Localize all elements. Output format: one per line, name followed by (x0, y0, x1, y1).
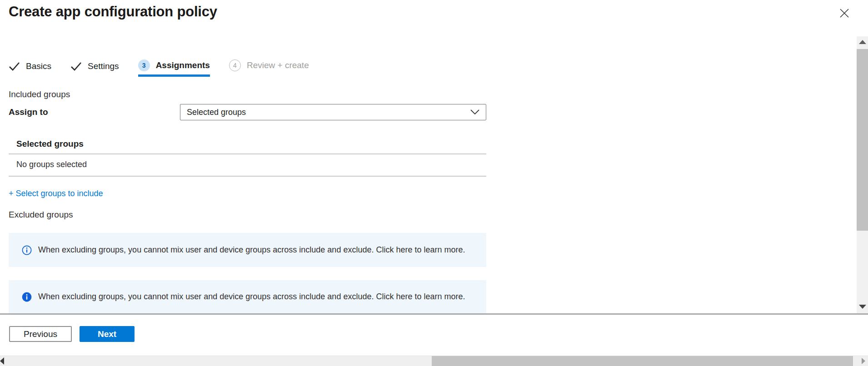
info-solid-icon (22, 292, 32, 302)
selected-groups-column-header: Selected groups (16, 139, 84, 149)
next-button[interactable]: Next (80, 326, 135, 342)
excluded-groups-heading: Excluded groups (9, 210, 73, 220)
create-app-configuration-policy-dialog: Create app configuration policy Basics S… (0, 0, 868, 366)
assign-to-label: Assign to (9, 107, 48, 117)
tab-review-create[interactable]: 4 Review + create (229, 59, 309, 77)
tab-assignments[interactable]: 3 Assignments (138, 59, 210, 77)
vertical-scrollbar[interactable] (857, 36, 868, 313)
close-icon (839, 8, 850, 19)
table-divider (9, 153, 486, 154)
wizard-tabs: Basics Settings 3 Assignments 4 Review +… (9, 59, 328, 77)
banner-message: When excluding groups, you cannot mix us… (38, 292, 465, 302)
previous-button[interactable]: Previous (9, 326, 72, 342)
checkmark-icon (70, 62, 82, 71)
info-banner-solid: When excluding groups, you cannot mix us… (9, 280, 486, 313)
step-number-badge: 3 (138, 59, 150, 71)
select-groups-to-include-link[interactable]: + Select groups to include (9, 189, 103, 198)
chevron-down-icon (470, 109, 479, 115)
tab-label: Assignments (156, 60, 210, 70)
banner-message: When excluding groups, you cannot mix us… (38, 245, 465, 255)
table-divider (9, 176, 486, 177)
page-title: Create app configuration policy (9, 4, 217, 20)
tab-label: Basics (26, 61, 51, 71)
tab-basics[interactable]: Basics (9, 61, 51, 77)
assign-to-dropdown[interactable]: Selected groups (180, 104, 486, 120)
checkmark-icon (9, 62, 20, 71)
info-outline-icon (22, 245, 32, 255)
scroll-right-arrow-icon[interactable] (862, 358, 865, 364)
tab-settings[interactable]: Settings (70, 61, 119, 77)
scroll-down-arrow-icon[interactable] (859, 305, 866, 309)
info-banner-outline: When excluding groups, you cannot mix us… (9, 233, 486, 267)
included-groups-heading: Included groups (9, 89, 70, 99)
horizontal-scrollbar[interactable] (0, 356, 868, 366)
step-number-badge: 4 (229, 59, 241, 71)
scroll-left-arrow-icon[interactable] (0, 357, 4, 365)
horizontal-scrollbar-thumb[interactable] (432, 356, 853, 366)
vertical-scrollbar-thumb[interactable] (857, 49, 868, 231)
close-button[interactable] (837, 6, 852, 21)
tab-label: Settings (88, 61, 119, 71)
scroll-up-arrow-icon[interactable] (859, 40, 866, 44)
tab-label: Review + create (247, 60, 309, 70)
footer-divider (0, 313, 868, 315)
assign-to-selected-value: Selected groups (187, 108, 470, 117)
no-groups-selected-row: No groups selected (16, 160, 87, 169)
